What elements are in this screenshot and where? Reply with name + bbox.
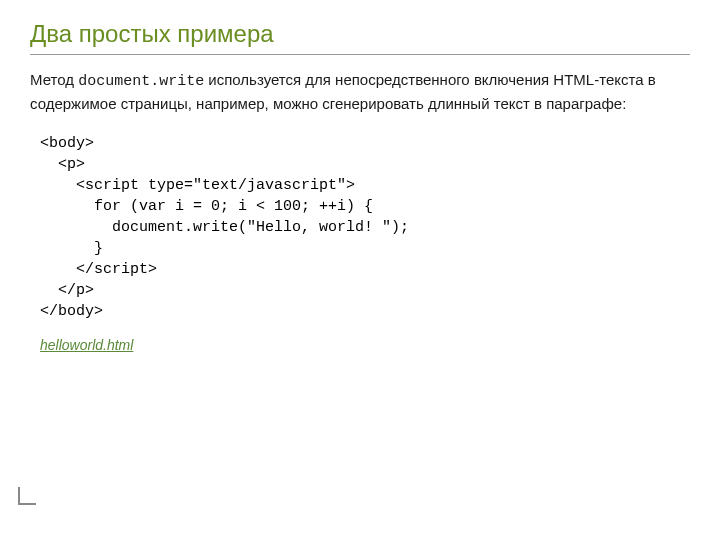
code-block: <body> <p> <script type="text/javascript… — [40, 133, 690, 322]
source-file-link[interactable]: helloworld.html — [40, 337, 133, 353]
para-text-pre: Метод — [30, 71, 78, 88]
slide-title: Два простых примера — [30, 20, 690, 55]
description-paragraph: Метод document.write используется для не… — [30, 69, 690, 115]
para-inline-code: document.write — [78, 73, 204, 90]
corner-decoration — [18, 487, 36, 505]
